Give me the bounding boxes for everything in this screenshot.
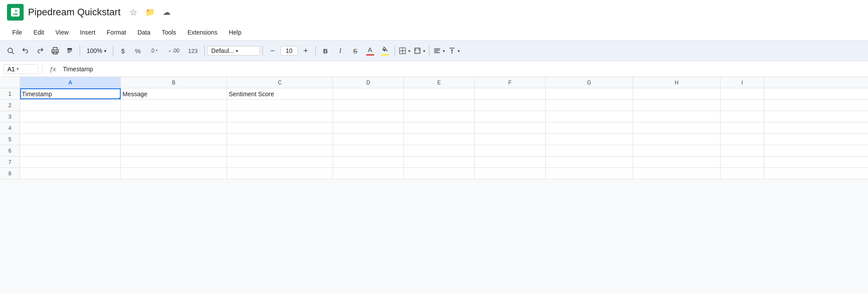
bold-button[interactable]: B	[318, 44, 332, 58]
font-name-selector[interactable]: Defaul... ▾	[207, 46, 260, 56]
formula-content[interactable]: Timestamp	[63, 66, 93, 73]
font-size-input[interactable]: 10	[280, 46, 298, 56]
cell-c3[interactable]	[227, 111, 333, 122]
more-formats-button[interactable]: 123	[184, 44, 202, 58]
cell-i3[interactable]	[721, 111, 764, 122]
cell-d1[interactable]	[333, 88, 404, 99]
cell-d3[interactable]	[333, 111, 404, 122]
cell-f5[interactable]	[475, 134, 546, 145]
cell-a8[interactable]	[20, 168, 121, 179]
col-header-d[interactable]: D	[333, 77, 404, 88]
borders-button[interactable]: ▾	[398, 44, 412, 58]
cell-i4[interactable]	[721, 122, 764, 133]
cell-reference[interactable]: A1 ▾	[4, 64, 38, 74]
text-color-button[interactable]: A	[363, 43, 377, 59]
cell-g7[interactable]	[546, 157, 633, 167]
fill-color-button[interactable]	[378, 43, 392, 59]
cell-e5[interactable]	[404, 134, 475, 145]
decrease-decimals-button[interactable]: .0	[146, 44, 163, 58]
align-button[interactable]: ▾	[432, 44, 446, 58]
merge-cells-button[interactable]: ▾	[413, 44, 427, 58]
col-header-h[interactable]: H	[633, 77, 721, 88]
currency-button[interactable]: $	[116, 44, 130, 58]
save-icon[interactable]: 📁	[144, 6, 157, 19]
menu-file[interactable]: File	[7, 27, 28, 38]
cell-d2[interactable]	[333, 100, 404, 111]
cell-i2[interactable]	[721, 100, 764, 111]
cell-a7[interactable]	[20, 157, 121, 167]
cell-c8[interactable]	[227, 168, 333, 179]
cell-i6[interactable]	[721, 145, 764, 156]
star-icon[interactable]: ☆	[128, 5, 139, 19]
col-header-b[interactable]: B	[121, 77, 227, 88]
col-header-g[interactable]: G	[546, 77, 633, 88]
paint-format-button[interactable]	[63, 44, 77, 58]
selection-handle[interactable]	[119, 98, 121, 99]
print-button[interactable]	[48, 44, 62, 58]
cell-e1[interactable]	[404, 88, 475, 99]
cell-b1[interactable]: Message	[121, 88, 227, 99]
cell-f1[interactable]	[475, 88, 546, 99]
cell-h2[interactable]	[633, 100, 721, 111]
cell-a6[interactable]	[20, 145, 121, 156]
strikethrough-button[interactable]: S	[348, 44, 362, 58]
cell-d5[interactable]	[333, 134, 404, 145]
menu-edit[interactable]: Edit	[28, 27, 49, 38]
cell-g3[interactable]	[546, 111, 633, 122]
font-size-decrease-button[interactable]: −	[266, 44, 280, 58]
cell-d8[interactable]	[333, 168, 404, 179]
cell-i8[interactable]	[721, 168, 764, 179]
cell-a1[interactable]: Timestamp	[20, 88, 121, 99]
font-size-increase-button[interactable]: +	[299, 44, 313, 58]
italic-button[interactable]: I	[333, 44, 347, 58]
cell-g2[interactable]	[546, 100, 633, 111]
cell-g1[interactable]	[546, 88, 633, 99]
cell-a2[interactable]	[20, 100, 121, 111]
menu-help[interactable]: Help	[224, 27, 247, 38]
cell-f6[interactable]	[475, 145, 546, 156]
menu-insert[interactable]: Insert	[75, 27, 101, 38]
cell-b7[interactable]	[121, 157, 227, 167]
col-header-c[interactable]: C	[227, 77, 333, 88]
search-button[interactable]	[4, 44, 18, 58]
cell-h6[interactable]	[633, 145, 721, 156]
row-num-4[interactable]: 4	[0, 122, 20, 133]
row-num-1[interactable]: 1	[0, 88, 20, 99]
cell-b3[interactable]	[121, 111, 227, 122]
cell-e3[interactable]	[404, 111, 475, 122]
increase-decimals-button[interactable]: .00	[164, 44, 183, 58]
cell-f3[interactable]	[475, 111, 546, 122]
cell-e6[interactable]	[404, 145, 475, 156]
col-header-f[interactable]: F	[475, 77, 546, 88]
row-num-2[interactable]: 2	[0, 100, 20, 111]
menu-format[interactable]: Format	[102, 27, 131, 38]
cell-b4[interactable]	[121, 122, 227, 133]
cell-f2[interactable]	[475, 100, 546, 111]
cell-b5[interactable]	[121, 134, 227, 145]
doc-title[interactable]: Pipedream Quickstart	[28, 7, 121, 18]
cell-c5[interactable]	[227, 134, 333, 145]
cell-f7[interactable]	[475, 157, 546, 167]
corner-select-all[interactable]	[0, 77, 20, 88]
col-header-e[interactable]: E	[404, 77, 475, 88]
cell-h7[interactable]	[633, 157, 721, 167]
cell-e4[interactable]	[404, 122, 475, 133]
row-num-6[interactable]: 6	[0, 145, 20, 156]
cell-g6[interactable]	[546, 145, 633, 156]
zoom-selector[interactable]: 100% ▾	[83, 46, 110, 56]
cell-c6[interactable]	[227, 145, 333, 156]
cell-g8[interactable]	[546, 168, 633, 179]
cell-h3[interactable]	[633, 111, 721, 122]
cell-h5[interactable]	[633, 134, 721, 145]
col-header-i[interactable]: I	[721, 77, 764, 88]
cell-c7[interactable]	[227, 157, 333, 167]
vertical-align-button[interactable]: ▾	[447, 44, 461, 58]
cell-c1[interactable]: Sentiment Score	[227, 88, 333, 99]
cloud-icon[interactable]: ☁	[161, 6, 172, 19]
percent-button[interactable]: %	[131, 44, 145, 58]
cell-e8[interactable]	[404, 168, 475, 179]
menu-view[interactable]: View	[50, 27, 74, 38]
cell-b6[interactable]	[121, 145, 227, 156]
undo-button[interactable]	[18, 44, 32, 58]
row-num-8[interactable]: 8	[0, 168, 20, 179]
